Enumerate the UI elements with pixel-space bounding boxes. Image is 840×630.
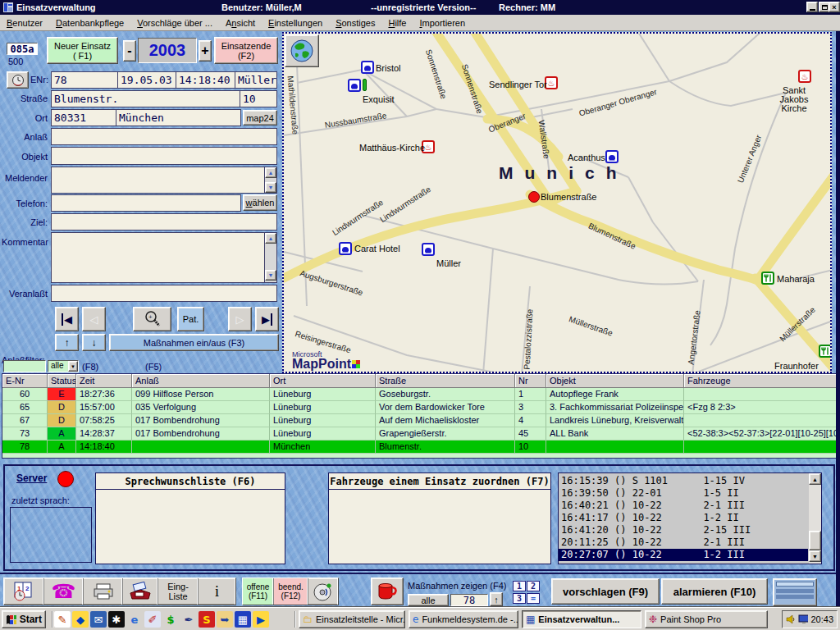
- nav-prev-button[interactable]: ◁: [82, 307, 106, 331]
- anlassfilter-input[interactable]: [3, 360, 46, 372]
- strasse-field[interactable]: Blumenstr.: [51, 90, 240, 107]
- table-row[interactable]: 67D07:58:25017 BombendrohungLüneburgAuf …: [2, 414, 838, 427]
- pat-button[interactable]: Pat.: [177, 307, 204, 331]
- filter-dropdown[interactable]: alle ▼: [48, 360, 79, 372]
- print-button[interactable]: [84, 578, 123, 605]
- title-bar[interactable]: Einsatzverwaltung Benutzer: Müller,M --u…: [0, 0, 840, 15]
- quicklaunch-floppy-save-icon[interactable]: ▦: [235, 611, 251, 628]
- new-einsatz-button[interactable]: Neuer Einsatz( F1): [47, 37, 118, 64]
- start-button[interactable]: Start: [2, 610, 46, 628]
- view-1-button[interactable]: 1: [513, 581, 526, 591]
- scroll-down-icon[interactable]: ▼: [809, 550, 821, 562]
- scroll-down-icon[interactable]: ▼: [265, 270, 276, 281]
- search-button[interactable]: +: [133, 307, 171, 331]
- quicklaunch-mappoint-icon[interactable]: ◆: [72, 611, 89, 628]
- table-row[interactable]: 78A14:18:40MünchenBlumenstr.10: [2, 441, 838, 454]
- plz-field[interactable]: 80331: [51, 109, 116, 126]
- fahrzeuge-zuordnen[interactable]: Fahrzeuge einem Einsatz zuordnen (F7): [328, 472, 551, 564]
- task-button-2[interactable]: eFunkmeldesystem.de -...: [409, 610, 518, 628]
- scroll-up-icon[interactable]: ▲: [265, 233, 276, 244]
- scroll-up-icon[interactable]: ▲: [809, 473, 821, 485]
- speaker-icon[interactable]: [786, 614, 796, 624]
- telefon-field[interactable]: [51, 194, 241, 212]
- funk-log[interactable]: 16:15:39 () S 1101 1-15 IV16:39:50 () 22…: [558, 472, 822, 564]
- column-header[interactable]: Anlaß: [132, 374, 270, 388]
- waehlen-button[interactable]: wählen: [243, 194, 277, 211]
- display-icon[interactable]: [798, 614, 809, 624]
- vorschlagen-button[interactable]: vorschlagen (F9): [551, 578, 660, 605]
- view-3-button[interactable]: 3: [513, 593, 526, 604]
- quicklaunch-play-icon[interactable]: ▶: [253, 611, 269, 628]
- ort-field[interactable]: München: [116, 109, 241, 126]
- minimize-button[interactable]: [806, 2, 818, 12]
- quicklaunch-mail-icon[interactable]: ✉: [90, 611, 107, 628]
- info-button[interactable]: i: [199, 578, 235, 605]
- column-header[interactable]: Ort: [270, 374, 376, 388]
- schedule-button[interactable]: 12: [4, 578, 44, 605]
- menu-item-benutzer[interactable]: Benutzer: [0, 16, 49, 30]
- quicklaunch-pen-icon[interactable]: ✒: [180, 611, 197, 628]
- menu-item-vorschl-ge-ber-[interactable]: Vorschläge über ...: [130, 16, 219, 30]
- menu-item-einstellungen[interactable]: Einstellungen: [262, 16, 329, 30]
- year-plus-button[interactable]: +: [199, 40, 212, 62]
- column-header[interactable]: Fahrzeuge: [684, 374, 838, 388]
- veranlasst-field[interactable]: [51, 285, 277, 302]
- ziel-field[interactable]: [51, 213, 277, 231]
- hausnr-field[interactable]: 10: [240, 90, 277, 107]
- funk-log-scrollbar[interactable]: ▲ ▼: [809, 473, 821, 564]
- meldender-scrollbar[interactable]: ▲ ▼: [264, 167, 277, 194]
- nav-first-button[interactable]: ◀: [55, 307, 79, 331]
- table-row[interactable]: 73A14:28:37017 BombendrohungLüneburgGrap…: [2, 427, 838, 441]
- quicklaunch-notes-icon[interactable]: ✎: [54, 611, 71, 628]
- eingang-liste-button[interactable]: Eing-Liste: [158, 578, 199, 605]
- menu-item-datenbankpflege[interactable]: Datenbankpflege: [49, 16, 130, 30]
- log-line[interactable]: 16:41:17 () 10-22 1-2 II: [559, 512, 808, 524]
- column-header[interactable]: Nr: [515, 374, 546, 388]
- log-line[interactable]: 20:11:25 () 10-22 2-1 III: [559, 536, 808, 549]
- task-button-3[interactable]: ▦Einsatzverwaltun...: [522, 610, 641, 628]
- menu-item-importieren[interactable]: Importieren: [413, 16, 472, 30]
- quicklaunch-folder-up-icon[interactable]: ➥: [217, 611, 233, 628]
- column-header[interactable]: Zeit: [76, 374, 132, 388]
- column-header[interactable]: Straße: [376, 374, 515, 388]
- up-button[interactable]: ↑: [55, 334, 79, 351]
- anlass-field[interactable]: [51, 128, 277, 145]
- map24-button[interactable]: map24: [243, 110, 277, 126]
- menu-item-hilfe[interactable]: Hilfe: [381, 16, 413, 30]
- year-minus-button[interactable]: -: [123, 40, 136, 62]
- time-field[interactable]: 14:18:40: [176, 71, 235, 89]
- scroll-up-icon[interactable]: ▲: [265, 167, 276, 178]
- log-line[interactable]: 16:40:21 () 10-22 2-1 III: [559, 500, 808, 512]
- quicklaunch-kodak-icon[interactable]: ✱: [108, 611, 125, 628]
- table-row[interactable]: 65D15:57:00035 VerfolgungLüneburgVor dem…: [2, 401, 838, 414]
- massnahmen-toggle-button[interactable]: Maßnahmen ein/aus (F3): [109, 334, 279, 351]
- clock-button[interactable]: [7, 71, 29, 89]
- quicklaunch-stamp-icon[interactable]: ✐: [144, 611, 161, 628]
- menu-item-sonstiges[interactable]: Sonstiges: [329, 16, 381, 30]
- alarmieren-button[interactable]: alarmieren (F10): [661, 578, 768, 605]
- objekt-field[interactable]: [51, 147, 277, 165]
- column-header[interactable]: Objekt: [546, 374, 684, 388]
- kommentar-field[interactable]: [51, 232, 265, 283]
- nav-last-button[interactable]: ▶: [255, 307, 279, 331]
- column-header[interactable]: Status: [48, 374, 76, 388]
- quicklaunch-money-icon[interactable]: $: [162, 611, 179, 628]
- scroll-down-icon[interactable]: ▼: [265, 182, 276, 193]
- scrollbar-thumb[interactable]: [809, 531, 821, 550]
- log-line[interactable]: 16:39:50 () 22-01 1-5 II: [559, 487, 808, 500]
- nav-next-button[interactable]: ▷: [228, 307, 252, 331]
- offene-button[interactable]: offene(F11): [243, 578, 274, 605]
- globe-button[interactable]: [285, 34, 319, 67]
- enr-field[interactable]: 78: [51, 71, 118, 89]
- phone-button[interactable]: ☎: [44, 578, 84, 605]
- task-button-1[interactable]: 🗀Einsatzleitstelle - Micr...: [299, 610, 405, 628]
- meldender-field[interactable]: [51, 167, 265, 194]
- task-button-4[interactable]: ❉Paint Shop Pro: [645, 610, 768, 628]
- table-row[interactable]: 60E18:27:36099 Hilflose PersonLüneburgGo…: [2, 388, 838, 401]
- quicklaunch-superman-icon[interactable]: S: [199, 611, 215, 628]
- user-field[interactable]: Müller,M: [235, 71, 277, 89]
- cup-button[interactable]: [371, 578, 404, 605]
- log-line[interactable]: 16:41:20 () 10-22 2-15 III: [559, 524, 808, 536]
- kommentar-scrollbar[interactable]: ▲ ▼: [264, 232, 277, 283]
- sprechwunschliste[interactable]: Sprechwunschliste (F6): [95, 472, 285, 564]
